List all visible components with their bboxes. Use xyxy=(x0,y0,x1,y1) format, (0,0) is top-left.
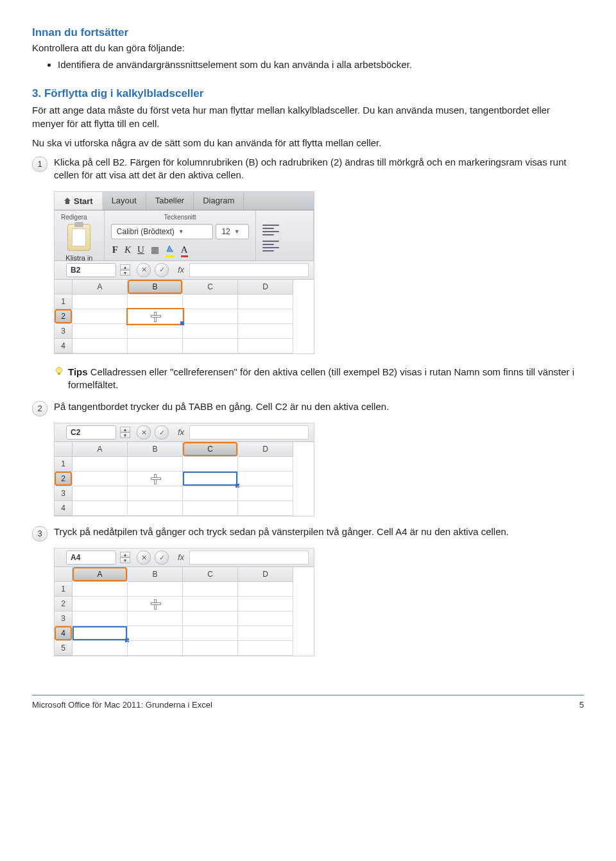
cell[interactable] xyxy=(128,626,183,641)
cell[interactable] xyxy=(73,597,128,611)
paste-icon[interactable] xyxy=(67,224,90,251)
formula-input[interactable] xyxy=(189,425,309,439)
cell[interactable] xyxy=(128,501,183,516)
cell[interactable] xyxy=(238,641,293,656)
tab-layout[interactable]: Layout xyxy=(103,192,146,210)
cell[interactable] xyxy=(128,597,183,611)
row-header-4[interactable]: 4 xyxy=(55,626,73,641)
name-box-stepper[interactable]: ▲▼ xyxy=(120,552,130,563)
cell[interactable] xyxy=(238,294,293,309)
font-color-button[interactable]: A xyxy=(181,243,188,256)
cell[interactable] xyxy=(238,309,293,324)
name-box-stepper[interactable]: ▲▼ xyxy=(120,264,130,276)
confirm-formula-button[interactable]: ✓ xyxy=(155,263,169,277)
cell[interactable] xyxy=(128,641,183,656)
tab-charts[interactable]: Diagram xyxy=(194,192,244,210)
cell-b2-active[interactable] xyxy=(128,309,183,324)
cell[interactable] xyxy=(183,582,238,597)
cell[interactable] xyxy=(238,501,293,516)
cancel-formula-button[interactable]: ✕ xyxy=(137,550,151,565)
cell[interactable] xyxy=(73,582,128,597)
cell[interactable] xyxy=(73,324,128,339)
cell[interactable] xyxy=(238,472,293,486)
cell[interactable] xyxy=(73,457,128,472)
fx-icon[interactable]: fx xyxy=(178,552,184,563)
row-header-3[interactable]: 3 xyxy=(55,324,73,339)
row-header-3[interactable]: 3 xyxy=(55,611,73,626)
col-header-c[interactable]: C xyxy=(183,567,238,582)
cell[interactable] xyxy=(73,641,128,656)
col-header-b[interactable]: B xyxy=(128,567,183,582)
align-icon[interactable] xyxy=(262,225,282,235)
cell[interactable] xyxy=(238,626,293,641)
row-header-2[interactable]: 2 xyxy=(55,472,73,486)
align-icon[interactable] xyxy=(262,241,282,251)
cell[interactable] xyxy=(183,339,238,354)
cell[interactable] xyxy=(238,582,293,597)
name-box[interactable]: C2 xyxy=(66,425,116,439)
cell-c2-active[interactable] xyxy=(183,472,238,486)
select-all-corner[interactable] xyxy=(55,442,73,457)
row-header-1[interactable]: 1 xyxy=(55,457,73,472)
row-header-1[interactable]: 1 xyxy=(55,582,73,597)
cell[interactable] xyxy=(183,457,238,472)
col-header-d[interactable]: D xyxy=(238,567,293,582)
col-header-a[interactable]: A xyxy=(73,280,128,294)
highlight-color-button[interactable] xyxy=(166,243,175,256)
name-box-stepper[interactable]: ▲▼ xyxy=(120,427,130,438)
cell[interactable] xyxy=(73,611,128,626)
cell[interactable] xyxy=(183,626,238,641)
cell[interactable] xyxy=(238,339,293,354)
font-size-combo[interactable]: 12 ▼ xyxy=(216,224,249,239)
cell[interactable] xyxy=(128,611,183,626)
cell[interactable] xyxy=(238,486,293,501)
spreadsheet-grid[interactable]: A B C D 1 2 3 4 xyxy=(55,280,314,354)
cell[interactable] xyxy=(183,611,238,626)
cell[interactable] xyxy=(238,611,293,626)
cell[interactable] xyxy=(238,597,293,611)
cell[interactable] xyxy=(128,294,183,309)
row-header-2[interactable]: 2 xyxy=(55,309,73,324)
formula-input[interactable] xyxy=(189,263,309,277)
underline-button[interactable]: U xyxy=(137,243,144,256)
fx-icon[interactable]: fx xyxy=(178,427,184,438)
col-header-c[interactable]: C xyxy=(183,280,238,294)
cell[interactable] xyxy=(183,309,238,324)
formula-input[interactable] xyxy=(189,550,309,565)
cell[interactable] xyxy=(73,501,128,516)
cell[interactable] xyxy=(128,472,183,486)
border-button[interactable]: ▦ xyxy=(151,244,159,256)
cell[interactable] xyxy=(183,641,238,656)
italic-button[interactable]: K xyxy=(124,243,131,256)
col-header-a[interactable]: A xyxy=(73,442,128,457)
col-header-a[interactable]: A xyxy=(73,567,128,582)
cancel-formula-button[interactable]: ✕ xyxy=(137,425,151,439)
cell[interactable] xyxy=(183,486,238,501)
row-header-2[interactable]: 2 xyxy=(55,597,73,611)
cell[interactable] xyxy=(128,339,183,354)
col-header-d[interactable]: D xyxy=(238,280,293,294)
row-header-5[interactable]: 5 xyxy=(55,641,73,656)
row-header-3[interactable]: 3 xyxy=(55,486,73,501)
cell[interactable] xyxy=(128,324,183,339)
spreadsheet-grid[interactable]: A B C D 1 2 3 4 xyxy=(55,442,314,516)
cell[interactable] xyxy=(73,339,128,354)
cell[interactable] xyxy=(238,457,293,472)
cell[interactable] xyxy=(73,309,128,324)
fx-icon[interactable]: fx xyxy=(178,264,184,276)
cell[interactable] xyxy=(183,294,238,309)
cell[interactable] xyxy=(128,582,183,597)
col-header-d[interactable]: D xyxy=(238,442,293,457)
select-all-corner[interactable] xyxy=(55,280,73,294)
col-header-b[interactable]: B xyxy=(128,280,183,294)
row-header-1[interactable]: 1 xyxy=(55,294,73,309)
cell[interactable] xyxy=(128,457,183,472)
tab-tables[interactable]: Tabeller xyxy=(146,192,194,210)
cell[interactable] xyxy=(73,486,128,501)
cell[interactable] xyxy=(183,597,238,611)
name-box[interactable]: B2 xyxy=(66,263,116,277)
row-header-4[interactable]: 4 xyxy=(55,501,73,516)
bold-button[interactable]: F xyxy=(112,243,118,256)
confirm-formula-button[interactable]: ✓ xyxy=(155,425,169,439)
cell[interactable] xyxy=(183,501,238,516)
